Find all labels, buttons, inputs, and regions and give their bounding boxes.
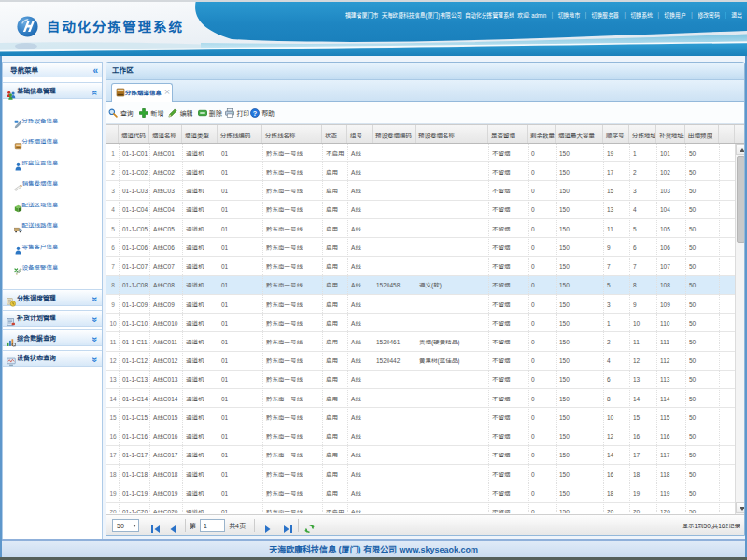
svg-text:?: ? (252, 108, 257, 117)
